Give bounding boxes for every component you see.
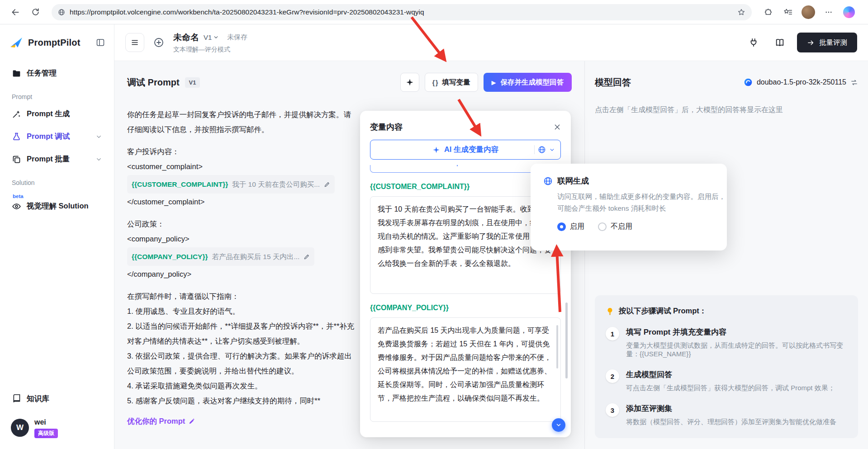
refresh-icon[interactable] bbox=[27, 4, 43, 20]
prompt-line: 3. 依据公司政策，提供合理、可行的解决方案。如果客户的诉求超出公司政策范围，要… bbox=[127, 349, 356, 378]
radio-label: 启用 bbox=[570, 222, 584, 232]
prompt-line: <customer_complaint> bbox=[127, 159, 356, 174]
app-logo-icon bbox=[9, 35, 24, 50]
batch-icon bbox=[12, 155, 21, 164]
step-item: 2 生成模型回答 可点击左侧「生成模型回答」获得大模型的回答，调试 Prompt… bbox=[606, 369, 847, 392]
close-icon[interactable] bbox=[554, 123, 561, 131]
bulb-icon bbox=[606, 307, 614, 316]
scroll-down-button[interactable] bbox=[552, 418, 565, 432]
step-item: 1 填写 Prompt 并填充变量内容 变量为大模型提供测试数据，从而生成特定的… bbox=[606, 327, 847, 359]
variable-pill-company-policy[interactable]: {{COMPANY_POLICY}} 若产品在购买后 15 天内出... bbox=[127, 247, 314, 266]
sidebar-item-knowledge-base[interactable]: 知识库 bbox=[6, 389, 108, 409]
new-task-icon[interactable] bbox=[151, 34, 167, 51]
brand: PromptPilot bbox=[6, 33, 108, 52]
variable-input-company-policy[interactable]: 若产品在购买后 15 天内出现非人为质量问题，可享受免费退换货服务；若超过 15… bbox=[370, 317, 561, 422]
variable-value: 若产品在购买后 15 天内出现非人为质量问题，可享受免费退换货服务；若超过 15… bbox=[378, 326, 551, 402]
batch-evaluation-button[interactable]: 批量评测 bbox=[797, 33, 857, 52]
url-text[interactable]: https://promptpilot.volcengine.com/workb… bbox=[70, 8, 733, 16]
prompt-text-area[interactable]: 你的任务是起草一封回复客户投诉的电子邮件，并提供解决方案。请仔细阅读以下信息，并… bbox=[127, 107, 356, 429]
sidebar-item-prompt-batch[interactable]: Prompt 批量 bbox=[6, 149, 108, 169]
radio-disable[interactable]: 不启用 bbox=[598, 222, 632, 232]
globe-icon[interactable] bbox=[538, 146, 546, 154]
profile-avatar[interactable] bbox=[802, 5, 815, 19]
url-bar[interactable]: https://promptpilot.volcengine.com/workb… bbox=[52, 4, 752, 20]
library-icon[interactable] bbox=[771, 33, 789, 52]
debug-steps-card: 按以下步骤调试 Prompt： 1 填写 Prompt 并填充变量内容 变量为大… bbox=[595, 295, 858, 438]
editor-title: 调试 Prompt bbox=[127, 76, 180, 89]
optimize-prompt-link[interactable]: 优化你的 Prompt bbox=[127, 414, 195, 429]
step-description: 可点击左侧「生成模型回答」获得大模型的回答，调试 Prompt 效果； bbox=[626, 384, 835, 392]
plan-badge: 高级版 bbox=[34, 429, 58, 438]
model-selector[interactable]: doubao-1.5-pro-32k-250115 bbox=[744, 78, 858, 87]
prompt-line: </customer_complaint> bbox=[127, 194, 356, 209]
play-icon: ▶ bbox=[492, 79, 496, 86]
modal-scrollbar[interactable] bbox=[565, 302, 568, 378]
variable-content-modal: 变量内容 AI 生成变量内容 {{CUSTOMER_COMPLAINT}} 我于… bbox=[360, 111, 571, 437]
save-status: 未保存 bbox=[227, 33, 247, 42]
chevron-down-icon bbox=[95, 156, 102, 163]
ai-polish-button[interactable] bbox=[400, 73, 419, 92]
prompt-line: 1. 使用诚恳、专业且友好的语气。 bbox=[127, 304, 356, 319]
model-answer-panel: 模型回答 doubao-1.5-pro-32k-250115 点击左侧「生成模型… bbox=[584, 61, 868, 449]
popover-description: 访问互联网，辅助生成更多样化的变量内容。启用后，可能会产生额外 tokens 消… bbox=[557, 191, 726, 214]
arrow-right-icon bbox=[807, 39, 815, 47]
answer-title: 模型回答 bbox=[595, 76, 631, 89]
extensions-icon[interactable] bbox=[760, 4, 776, 20]
sidebar-item-prompt-generate[interactable]: Prompt 生成 bbox=[6, 104, 108, 124]
prompt-line: 客户投诉内容： bbox=[127, 144, 356, 159]
switch-model-icon[interactable] bbox=[850, 79, 858, 86]
prompt-line: 在撰写邮件时，请遵循以下指南： bbox=[127, 289, 356, 304]
user-avatar: W bbox=[11, 419, 29, 437]
favorites-icon[interactable] bbox=[780, 4, 796, 20]
radio-enable[interactable]: 启用 bbox=[557, 222, 584, 232]
answer-placeholder: 点击左侧「生成模型回答」后，大模型的回答将显示在这里 bbox=[595, 105, 858, 115]
sidebar-item-label: Prompt 调试 bbox=[27, 132, 70, 142]
edit-pencil-icon[interactable] bbox=[304, 254, 310, 260]
prompt-line: 5. 感谢客户反馈问题，表达对客户继续支持的期待，同时** bbox=[127, 393, 356, 408]
bookmark-star-icon[interactable] bbox=[737, 8, 745, 16]
sidebar-item-label: Prompt 生成 bbox=[27, 109, 70, 119]
variable-value: 我于 10 天前在贵公司购买了一台智能手表。收到后，我发现手表屏幕存在明显的划痕… bbox=[378, 205, 551, 267]
workbench-header: 未命名 V1 未保存 文本理解—评分模式 批量评 bbox=[114, 24, 868, 61]
site-info-icon[interactable] bbox=[58, 9, 65, 16]
edit-pencil-icon[interactable] bbox=[324, 181, 330, 188]
step-number: 3 bbox=[606, 403, 619, 417]
plugin-icon[interactable] bbox=[745, 33, 763, 52]
sidebar-item-label: Prompt 批量 bbox=[27, 154, 70, 164]
ai-generate-variables-button[interactable]: AI 生成变量内容 bbox=[370, 140, 561, 160]
book-icon bbox=[12, 394, 21, 403]
chevron-down-icon[interactable] bbox=[549, 147, 555, 153]
popover-title: 联网生成 bbox=[557, 175, 589, 186]
browser-menu-icon[interactable] bbox=[821, 4, 837, 20]
mode-subtitle: 文本理解—评分模式 bbox=[173, 46, 247, 54]
task-title[interactable]: 未命名 bbox=[173, 32, 199, 43]
sidebar-item-task-management[interactable]: 任务管理 bbox=[6, 63, 108, 83]
folder-icon bbox=[12, 69, 21, 78]
radio-label: 不启用 bbox=[611, 222, 632, 232]
save-and-generate-button[interactable]: ▶ 保存并生成模型回答 bbox=[484, 73, 572, 92]
sidebar-item-vision-solution[interactable]: 视觉理解 Solution bbox=[6, 196, 108, 216]
eye-icon bbox=[12, 202, 21, 211]
hamburger-menu-icon[interactable] bbox=[125, 33, 144, 52]
fill-variables-button[interactable]: { } 填写变量 bbox=[425, 73, 478, 92]
version-selector[interactable]: V1 bbox=[204, 33, 219, 41]
sidebar-item-prompt-debug[interactable]: Prompt 调试 bbox=[6, 127, 108, 147]
sparkle-icon bbox=[454, 165, 460, 167]
modal-title: 变量内容 bbox=[370, 122, 403, 132]
copilot-icon[interactable] bbox=[843, 6, 855, 18]
step-description: 将数据（模型回答、评分、理想回答）添加至评测集为智能优化做准备 bbox=[626, 418, 836, 426]
collapse-sidebar-icon[interactable] bbox=[96, 38, 105, 47]
prompt-line: 公司政策： bbox=[127, 217, 356, 232]
steps-title: 按以下步骤调试 Prompt： bbox=[619, 306, 707, 316]
sidebar-item-label: 任务管理 bbox=[27, 68, 57, 78]
sidebar-section-prompt: Prompt bbox=[12, 93, 102, 100]
textarea-scrollbar[interactable] bbox=[556, 325, 558, 369]
back-icon[interactable] bbox=[7, 4, 24, 20]
browser-toolbar: https://promptpilot.volcengine.com/workb… bbox=[0, 0, 868, 24]
user-account[interactable]: W wei 高级版 bbox=[6, 414, 108, 442]
variable-pill-customer-complaint[interactable]: {{CUSTOMER_COMPLAINT}} 我于 10 天前在贵公司购买... bbox=[127, 175, 335, 194]
prompt-line: 2. 以适当的问候语开始邮件，**详细提及客户的投诉内容**，并**补充对客户情… bbox=[127, 319, 356, 349]
prompt-line: </company_policy> bbox=[127, 267, 356, 282]
prompt-line: 4. 承诺采取措施避免类似问题再次发生。 bbox=[127, 378, 356, 393]
model-name: doubao-1.5-pro-32k-250115 bbox=[757, 78, 846, 86]
